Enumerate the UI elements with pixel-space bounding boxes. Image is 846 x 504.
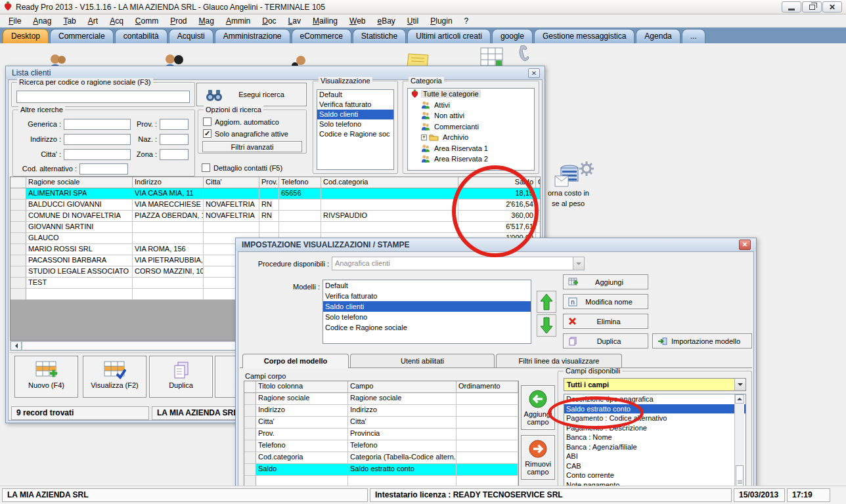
category-item-attivi[interactable]: Attivi [408,100,534,111]
column-header[interactable]: Prov. [259,177,279,188]
desktop-icon-phone[interactable] [518,45,529,63]
move-down-button[interactable] [537,314,556,337]
category-item-archivio[interactable]: +Archivio [408,132,534,143]
row-selector-header[interactable] [11,177,26,188]
campo-disponibile-banca-agenzia-filiale[interactable]: Banca : Agenzia/filiale [564,442,746,452]
scroll-up-arrow[interactable] [735,394,744,404]
menu-item-ebay[interactable]: eBay [371,15,401,27]
column-header[interactable]: Citta' [204,177,259,188]
modello-item-verifica-fatturato[interactable]: Verifica fatturato [323,291,531,301]
menu-item-lav[interactable]: Lav [282,15,307,27]
aggiungi-button[interactable]: Aggiungi [563,274,648,289]
tab-acquisti[interactable]: Acquisti [169,29,213,43]
filtri-avanzati-button[interactable]: Filtri avanzati [202,141,302,152]
table-row[interactable]: SaldoSaldo estratto conto [244,464,518,476]
visualizzazione-item-default[interactable]: Default [317,90,393,100]
tab-corpo-del-modello[interactable]: Corpo del modello [242,354,349,368]
category-item-commercianti[interactable]: Commercianti [408,121,534,133]
restore-button[interactable] [802,1,822,12]
category-item-tutte-le-categorie[interactable]: Tutte le categorie [408,89,534,100]
close-button[interactable]: ✕ [822,1,842,12]
modello-item-default[interactable]: Default [323,280,531,291]
menu-item-anag[interactable]: Anag [27,15,57,27]
table-row[interactable]: Cod.categoriaCategoria (Tabella-Codice a… [244,452,518,464]
tab-statistiche[interactable]: Statistiche [353,29,406,43]
table-row[interactable] [244,476,518,486]
tab-google[interactable]: google [492,29,533,43]
campo-disponibile-cab[interactable]: CAB [564,461,746,471]
row-selector-header[interactable] [244,381,256,393]
category-item-non-attivi[interactable]: Non attivi [408,110,534,121]
scroll-left-arrow[interactable] [11,341,22,350]
table-row[interactable]: IndirizzoIndirizzo [244,405,518,417]
visualizzazione-item-codice-e-ragione-soc[interactable]: Codice e Ragione soc [317,129,393,139]
elimina-button[interactable]: Elimina [563,314,648,329]
zona-input[interactable] [160,149,189,160]
campo-disponibile-conto-corrente[interactable]: Conto corrente [564,471,746,480]
esegui-ricerca-button[interactable]: Esegui ricerca [196,83,307,106]
menu-item-mag[interactable]: Mag [193,15,220,27]
visualizzazione-item-verifica-fatturato[interactable]: Verifica fatturato [317,100,393,110]
column-header[interactable]: Campo [348,381,456,393]
tab-item[interactable]: ... [682,29,705,43]
prov-input[interactable] [160,119,189,130]
solo-anagrafiche-checkbox[interactable]: Solo anagrafiche attive [203,129,288,138]
campo-disponibile-abi[interactable]: ABI [564,452,746,461]
naz-input[interactable] [160,134,189,145]
column-header[interactable]: C [536,177,541,188]
tab-contabilit[interactable]: contabilità [115,29,167,43]
modello-item-solo-telefono[interactable]: Solo telefono [323,312,531,322]
modifica-nome-button[interactable]: n Modifica nome [563,294,648,309]
modello-item-codice-e-ragione-sociale[interactable]: Codice e Ragione sociale [323,322,531,333]
menu-item-web[interactable]: Web [344,15,371,27]
menu-item-tab[interactable]: Tab [57,15,81,27]
menu-item-ammin[interactable]: Ammin [220,15,256,27]
vscroll-thumb[interactable] [736,465,744,486]
campo-disponibile-note-pagamento[interactable]: Note pagamento [564,480,746,486]
lista-clienti-titlebar[interactable]: Lista clienti [6,66,545,79]
table-row[interactable]: Ragione socialeRagione sociale [244,393,518,405]
menu-item-doc[interactable]: Doc [256,15,282,27]
tab-agenda[interactable]: Agenda [636,29,680,43]
campi-disponibili-vscrollbar[interactable] [734,394,744,486]
visualizzazione-item-saldo-clienti[interactable]: Saldo clienti [317,110,393,119]
menu-item-plugin[interactable]: Plugin [424,15,458,27]
procedure-combobox[interactable]: Anagrafica clienti [332,257,585,270]
menu-item-art[interactable]: Art [82,15,104,27]
category-item-area-riservata-2[interactable]: Area Riservata 2 [408,154,534,165]
table-row[interactable]: TelefonoTelefono [244,440,518,452]
table-row[interactable]: Citta'Citta' [244,417,518,429]
move-up-button[interactable] [537,291,556,313]
aggiorn-automatico-checkbox[interactable]: Aggiorn. automatico [203,117,279,126]
dettaglio-contatti-checkbox[interactable]: Dettaglio contatti (F5) [202,163,282,172]
column-header[interactable]: Telefono [279,177,321,188]
desktop-icon-database-envelope[interactable] [554,164,580,189]
footer-button-visualizza-f2[interactable]: Visualizza (F2) [83,356,146,398]
tab-commerciale[interactable]: Commerciale [50,29,114,43]
menu-item-comm[interactable]: Comm [129,15,164,27]
campi-filter-combobox[interactable]: Tutti i campi [564,378,746,391]
column-header[interactable]: Ragione sociale [26,177,133,188]
cod-alternativo-input[interactable] [79,163,128,175]
dropdown-button[interactable] [734,379,746,390]
lista-clienti-close-button[interactable]: ✕ [528,68,540,78]
rimuovi-campo-button[interactable]: Rimuovi campo [521,435,555,480]
menu-item-file[interactable]: File [3,15,27,27]
campo-disponibile-banca-nome[interactable]: Banca : Nome [564,432,746,442]
tab-desktop[interactable]: Desktop [3,29,49,43]
column-header[interactable]: Ordinamento [456,381,518,393]
modello-item-saldo-clienti[interactable]: Saldo clienti [323,301,531,312]
category-item-area-riservata-1[interactable]: Area Riservata 1 [408,143,534,154]
menu-item-util[interactable]: Util [401,15,424,27]
column-header[interactable]: Titolo colonna [256,381,348,393]
tab-gestione-messaggistica[interactable]: Gestione messaggistica [534,29,634,43]
visualizzazione-item-solo-telefono[interactable]: Solo telefono [317,119,393,129]
search-input[interactable] [16,91,190,103]
menu-item-acq[interactable]: Acq [104,15,129,27]
tab-ultimi-articoli-creati[interactable]: Ultimi articoli creati [407,29,491,43]
table-row[interactable]: Prov.Provincia [244,429,518,440]
desktop-icon-gear[interactable] [579,161,594,177]
menu-item-item[interactable]: ? [458,15,475,27]
footer-button-nuovo-f4[interactable]: Nuovo (F4) [14,356,78,398]
column-header[interactable]: Indirizzo [133,177,204,188]
